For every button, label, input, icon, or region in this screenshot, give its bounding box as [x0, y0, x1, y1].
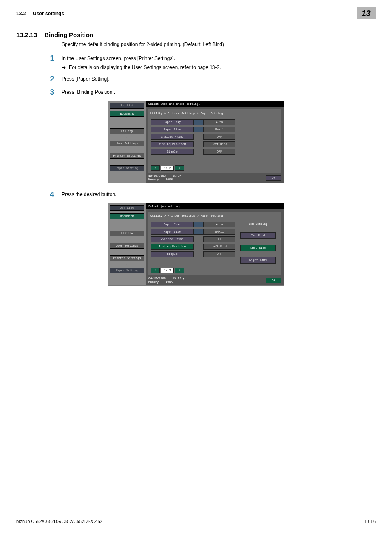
section-ref: 13.2: [16, 11, 26, 16]
arrow-icon: ➔: [62, 65, 66, 70]
right-bind-button[interactable]: Right Bind: [240, 257, 276, 264]
page-up-button[interactable]: ↑: [151, 165, 160, 171]
step-text: Press [Paper Setting].: [62, 74, 376, 82]
paper-tray-button[interactable]: Paper Tray: [151, 222, 194, 227]
binding-position-value: Left Bind: [203, 141, 235, 147]
footer-bar: 04/13/2009 15:18 ▮ Memory 100% OK: [146, 275, 284, 285]
page-footer: bizhub C652/C652DS/C552/C552DS/C452 13-1…: [16, 516, 376, 532]
section-title: Binding Position: [44, 31, 93, 38]
screenshot-2: Job List Bookmark Utility ↓ User Setting…: [108, 203, 284, 286]
topbar-text: Select job setting.: [146, 204, 284, 209]
step-text: Press [Binding Position].: [62, 88, 376, 95]
page-indicator: 1/ 2: [161, 166, 174, 171]
step-number: 4: [50, 190, 54, 199]
binding-position-button[interactable]: Binding Position: [151, 244, 194, 250]
chevron-down-icon: ↓: [110, 238, 144, 242]
job-setting-header: Job Setting: [240, 222, 276, 227]
settings-column: Paper Tray Auto Paper Size 8½×11 2-Sided…: [151, 222, 235, 273]
ok-button[interactable]: OK: [266, 278, 281, 283]
settings-column: Paper Tray Auto Paper Size 8½×11 2-Sided…: [151, 119, 235, 171]
sidebar-usersettings[interactable]: User Settings: [110, 243, 144, 249]
breadcrumb: Utility > Printer Settings > Paper Setti…: [148, 212, 281, 219]
sidebar-papersetting[interactable]: Paper Setting: [110, 268, 144, 273]
model-text: bizhub C652/C652DS/C552/C552DS/C452: [16, 519, 103, 524]
chevron-down-icon: ↓: [110, 250, 144, 254]
section-number: 13.2.13: [16, 31, 37, 38]
page-number: 13-16: [364, 519, 376, 524]
two-sided-button[interactable]: 2-Sided Print: [151, 236, 194, 242]
pager: ↑ 1/ 2 ↓: [151, 268, 235, 273]
staple-value: OFF: [203, 149, 235, 155]
chapter-badge: 13: [357, 7, 376, 19]
staple-button[interactable]: Staple: [151, 149, 194, 155]
top-bind-button[interactable]: Top Bind: [240, 232, 276, 239]
binding-position-value: Left Bind: [203, 244, 235, 250]
footer-date: 04/13/2009: [148, 277, 166, 280]
step-3: 3 Press [Binding Position].: [62, 88, 376, 97]
step-text: Press the desired button.: [62, 190, 376, 197]
sidebar-printersettings[interactable]: Printer Settings: [110, 153, 144, 159]
staple-value: OFF: [203, 251, 235, 257]
page-indicator: 1/ 2: [161, 268, 174, 273]
sidebar-printersettings[interactable]: Printer Settings: [110, 255, 144, 261]
screenshot-1: Job List Bookmark Utility ↓ User Setting…: [108, 101, 284, 183]
section-heading: 13.2.13 Binding Position: [16, 31, 376, 38]
step-1: 1 In the User Settings screen, press [Pr…: [62, 54, 376, 70]
two-sided-value: OFF: [203, 236, 235, 242]
tab-icon[interactable]: [194, 127, 203, 132]
topbar-text: Select item and enter setting.: [146, 101, 284, 107]
sidebar-joblist[interactable]: Job List: [110, 103, 144, 109]
sidebar-papersetting[interactable]: Paper Setting: [110, 165, 144, 171]
step-2: 2 Press [Paper Setting].: [62, 74, 376, 83]
sidebar-bookmark[interactable]: Bookmark: [110, 111, 144, 117]
staple-button[interactable]: Staple: [151, 251, 194, 257]
two-sided-button[interactable]: 2-Sided Print: [151, 134, 194, 140]
sidebar-utility[interactable]: Utility: [110, 231, 144, 236]
chevron-down-icon: ↓: [110, 135, 144, 139]
page-down-button[interactable]: ↓: [175, 165, 184, 171]
footer-time: 15:18: [173, 277, 181, 280]
step-number: 3: [50, 88, 54, 97]
footer-date: 10/06/2008: [148, 174, 166, 178]
chevron-down-icon: ↓: [110, 148, 144, 152]
tab-icon[interactable]: [194, 119, 203, 125]
page-down-button[interactable]: ↓: [175, 268, 184, 273]
paper-tray-value: Auto: [203, 119, 235, 125]
job-setting-column: Job Setting Top Bind Left Bind Right Bin…: [240, 222, 277, 273]
paper-size-button[interactable]: Paper Size: [151, 229, 194, 235]
step-number: 1: [50, 54, 54, 63]
paper-size-button[interactable]: Paper Size: [151, 127, 194, 132]
intro-text: Specify the default binding position for…: [62, 42, 376, 47]
footer-memory-label: Memory: [148, 178, 159, 181]
main-panel: Select job setting. Utility > Printer Se…: [146, 204, 284, 285]
main-panel: Select item and enter setting. Utility >…: [146, 101, 284, 183]
paper-tray-button[interactable]: Paper Tray: [151, 119, 194, 125]
chevron-down-icon: ↓: [110, 262, 144, 266]
page-header: 13.2 User settings 13: [16, 0, 376, 22]
tab-icon[interactable]: [194, 222, 203, 227]
step-number: 2: [50, 74, 54, 83]
left-bind-button[interactable]: Left Bind: [240, 245, 276, 251]
sidebar-usersettings[interactable]: User Settings: [110, 141, 144, 146]
ok-button[interactable]: OK: [266, 175, 281, 181]
sidebar-joblist[interactable]: Job List: [110, 205, 144, 211]
tab-icon[interactable]: [194, 229, 203, 235]
footer-time: 15:37: [173, 174, 181, 178]
binding-position-button[interactable]: Binding Position: [151, 141, 194, 147]
header-left: 13.2 User settings: [16, 11, 64, 16]
flag-icon: ▮: [183, 277, 184, 280]
two-sided-value: OFF: [203, 134, 235, 140]
step-4: 4 Press the desired button.: [62, 190, 376, 199]
footer-bar: 10/06/2008 15:37 Memory 100% OK: [146, 173, 284, 183]
sidebar: Job List Bookmark Utility ↓ User Setting…: [108, 101, 146, 183]
footer-memory-value: 100%: [166, 280, 173, 284]
footer-memory-value: 100%: [166, 178, 173, 181]
sidebar-bookmark[interactable]: Bookmark: [110, 213, 144, 219]
breadcrumb: Utility > Printer Settings > Paper Setti…: [148, 109, 281, 117]
sidebar-utility[interactable]: Utility: [110, 128, 144, 134]
step-text: In the User Settings screen, press [Prin…: [62, 56, 376, 61]
pager: ↑ 1/ 2 ↓: [151, 165, 235, 171]
section-name: User settings: [33, 11, 64, 16]
paper-size-value: 8½×11: [203, 229, 235, 235]
page-up-button[interactable]: ↑: [151, 268, 160, 273]
